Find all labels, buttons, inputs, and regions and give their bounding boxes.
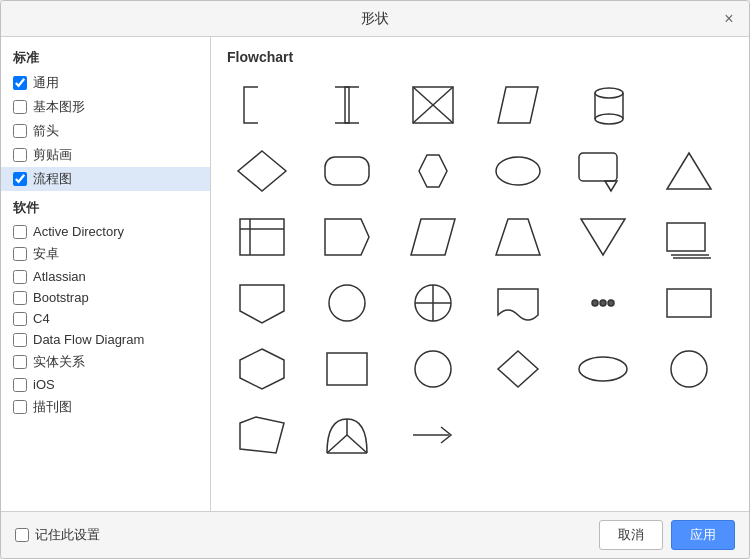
shape-trapezoid[interactable]: [398, 207, 468, 267]
sidebar-item-label-c4: C4: [33, 311, 50, 326]
sidebar-item-bootstrap[interactable]: Bootstrap: [1, 287, 210, 308]
sidebar-item-active-directory[interactable]: Active Directory: [1, 221, 210, 242]
shape-internal-storage[interactable]: [227, 207, 297, 267]
dialog-content: 标准 通用 基本图形 箭头 剪贴画 流程图 软件: [1, 37, 749, 511]
cancel-button[interactable]: 取消: [599, 520, 663, 550]
svg-point-7: [595, 114, 623, 124]
checkbox-android[interactable]: [13, 247, 27, 261]
shape-preparation[interactable]: [398, 141, 468, 201]
svg-marker-37: [498, 351, 538, 387]
shape-pentagon-down[interactable]: [227, 273, 297, 333]
sidebar-item-atlassian[interactable]: Atlassian: [1, 266, 210, 287]
shape-ellipse[interactable]: [483, 141, 553, 201]
shape-callout[interactable]: [568, 141, 638, 201]
shape-step[interactable]: [312, 207, 382, 267]
remember-checkbox[interactable]: [15, 528, 29, 542]
shape-trapezoid-narrow[interactable]: [483, 207, 553, 267]
checkbox-ios[interactable]: [13, 378, 27, 392]
sidebar-item-android[interactable]: 安卓: [1, 242, 210, 266]
sidebar-item-arrows[interactable]: 箭头: [1, 119, 210, 143]
checkbox-arrows[interactable]: [13, 124, 27, 138]
apply-button[interactable]: 应用: [671, 520, 735, 550]
shape-arc[interactable]: [312, 405, 382, 465]
checkbox-clipart[interactable]: [13, 148, 27, 162]
sidebar-item-ios[interactable]: iOS: [1, 374, 210, 395]
checkbox-mockup[interactable]: [13, 400, 27, 414]
svg-rect-33: [667, 289, 711, 317]
sidebar-item-label-arrows: 箭头: [33, 122, 59, 140]
checkbox-atlassian[interactable]: [13, 270, 27, 284]
sidebar-item-entity[interactable]: 实体关系: [1, 350, 210, 374]
sidebar-item-c4[interactable]: C4: [1, 308, 210, 329]
sidebar-item-label-atlassian: Atlassian: [33, 269, 86, 284]
shape-inverted-triangle[interactable]: [568, 207, 638, 267]
close-button[interactable]: ×: [719, 9, 739, 29]
shape-cylinder[interactable]: [568, 75, 638, 135]
shapes-grid: [227, 75, 733, 465]
sidebar-item-label-mockup: 描刊图: [33, 398, 72, 416]
svg-point-38: [579, 357, 627, 381]
svg-marker-8: [238, 151, 286, 191]
svg-marker-21: [581, 219, 625, 255]
shape-irregular[interactable]: [227, 405, 297, 465]
checkbox-flowchart[interactable]: [13, 172, 27, 186]
shape-hexagon[interactable]: [227, 339, 297, 399]
checkbox-general[interactable]: [13, 76, 27, 90]
checkbox-active-directory[interactable]: [13, 225, 27, 239]
shape-document-stack[interactable]: [654, 207, 724, 267]
shape-circle-2[interactable]: [398, 339, 468, 399]
svg-marker-10: [419, 155, 447, 187]
shape-wavy[interactable]: [483, 273, 553, 333]
checkbox-bootstrap[interactable]: [13, 291, 27, 305]
sidebar-item-mockup[interactable]: 描刊图: [1, 395, 210, 419]
shapes-dialog: 形状 × 标准 通用 基本图形 箭头 剪贴画: [0, 0, 750, 559]
checkbox-entity[interactable]: [13, 355, 27, 369]
dialog-footer: 记住此设置 取消 应用: [1, 511, 749, 558]
svg-marker-14: [667, 153, 711, 189]
sidebar-item-data-flow[interactable]: Data Flow Diagram: [1, 329, 210, 350]
sidebar-item-label-entity: 实体关系: [33, 353, 85, 371]
shape-summing-junction[interactable]: [398, 75, 468, 135]
checkbox-basic-shapes[interactable]: [13, 100, 27, 114]
sidebar-item-label-bootstrap: Bootstrap: [33, 290, 89, 305]
shape-arrow-right[interactable]: [398, 405, 468, 465]
shape-bracket-right[interactable]: [312, 75, 382, 135]
dialog-title: 形状: [361, 10, 389, 28]
svg-point-32: [608, 300, 614, 306]
sidebar-item-label-flowchart: 流程图: [33, 170, 72, 188]
shape-decision-small[interactable]: [483, 339, 553, 399]
shape-circle-3[interactable]: [654, 339, 724, 399]
svg-point-30: [592, 300, 598, 306]
sidebar-item-basic-shapes[interactable]: 基本图形: [1, 95, 210, 119]
shape-rounded-rect[interactable]: [312, 141, 382, 201]
title-bar: 形状 ×: [1, 1, 749, 37]
shape-oval[interactable]: [568, 339, 638, 399]
shape-circle[interactable]: [312, 273, 382, 333]
shape-parallelogram[interactable]: [483, 75, 553, 135]
svg-rect-22: [667, 223, 705, 251]
shape-triangle[interactable]: [654, 141, 724, 201]
shape-delay-dots[interactable]: [568, 273, 638, 333]
svg-marker-18: [325, 219, 369, 255]
checkbox-data-flow[interactable]: [13, 333, 27, 347]
sidebar-item-general[interactable]: 通用: [1, 71, 210, 95]
shape-bracket-left[interactable]: [227, 75, 297, 135]
sidebar-item-flowchart[interactable]: 流程图: [1, 167, 210, 191]
svg-point-31: [600, 300, 606, 306]
shape-diamond[interactable]: [227, 141, 297, 201]
sidebar-item-label-android: 安卓: [33, 245, 59, 263]
checkbox-c4[interactable]: [13, 312, 27, 326]
shape-empty-1: [654, 75, 724, 135]
svg-rect-9: [325, 157, 369, 185]
sidebar-item-label-clipart: 剪贴画: [33, 146, 72, 164]
svg-marker-13: [605, 181, 617, 191]
shape-rectangle[interactable]: [654, 273, 724, 333]
sidebar-item-clipart[interactable]: 剪贴画: [1, 143, 210, 167]
svg-marker-20: [496, 219, 540, 255]
shape-circle-cross[interactable]: [398, 273, 468, 333]
section-standard-header: 标准: [1, 45, 210, 71]
shape-process[interactable]: [312, 339, 382, 399]
svg-point-39: [671, 351, 707, 387]
sidebar-item-label-general: 通用: [33, 74, 59, 92]
svg-marker-19: [411, 219, 455, 255]
